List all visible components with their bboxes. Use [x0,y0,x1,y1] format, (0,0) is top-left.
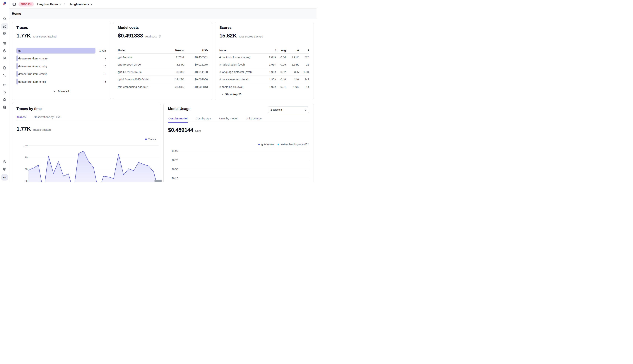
trace-list-item[interactable]: dataset-run-item-cmcjf 5 [17,79,106,84]
y-tick: 120 [17,144,28,147]
trace-count: 5 [105,72,106,76]
scrollbar-thumb[interactable] [154,180,162,182]
chevron-down-icon [221,93,223,96]
evaluation-icon[interactable] [1,82,8,88]
model-costs-table: Model Tokens USD gpt-4o-mini 2.21M $0.45… [118,47,208,90]
tab-cost-by-type[interactable]: Cost by type [195,117,211,122]
trace-list-item[interactable]: dataset-run-item-cmcvp 5 [17,71,106,77]
trace-count: 5 [105,80,106,83]
trace-list-item[interactable]: dataset-run-item-cmc29 7 [17,56,106,61]
info-icon[interactable] [158,35,161,38]
users-icon[interactable] [1,55,8,62]
tab-units-by-model[interactable]: Units by model [219,117,238,122]
legend-item-gpt-4o-mini[interactable]: gpt-4o-mini [258,143,274,146]
traces-tracked-total: 1.77K [17,126,31,132]
table-row[interactable]: # hallucination (eval) 1.96K 0.05 1.58K … [219,61,309,68]
tab-units-by-type[interactable]: Units by type [245,117,262,122]
org-name: Langfuse Demo [37,2,58,6]
usage-cost-total: $0.459144 [168,127,193,133]
sessions-clock-icon[interactable] [1,48,8,54]
chevron-down-icon [54,90,56,93]
trace-bar [17,79,18,84]
project-switcher[interactable]: langfuse-docs [70,2,93,6]
show-top-20-button[interactable]: Show top 20 [221,93,309,96]
langfuse-logo-icon[interactable] [3,2,6,6]
y-tick: $0.75 [167,159,178,162]
datasets-database-icon[interactable] [1,104,8,110]
table-row[interactable]: gpt-4o-mini 2.21M $0.456301 [118,54,208,61]
table-row[interactable]: gpt-4.1-nano-2025-04-14 14.45K $0.002906 [118,76,208,83]
org-switcher[interactable]: Langfuse Demo [37,2,62,6]
sidebar-bottom: FK [0,158,9,180]
model-usage-card: Model Usage 2 selected Cost by model Cos… [163,103,314,182]
trace-bar [17,56,18,61]
tab-traces[interactable]: Traces [17,115,26,121]
usage-cost-label: Cost [195,129,201,132]
chevron-down-icon [90,3,93,5]
y-tick: $1.00 [167,150,178,152]
tab-observations-by-level[interactable]: Observations by Level [34,115,62,121]
prompts-file-code-icon[interactable] [1,64,8,71]
traces-by-time-tabs: Traces Observations by Level [17,115,156,121]
trace-name: dataset-run-item-cmc29 [18,57,48,60]
scores-total-label: Total scores tracked [238,35,263,38]
scores-table: Name # Avg 0 1 # contextrelevance (eval)… [219,47,309,90]
project-name: langfuse-docs [70,2,89,6]
dashboards-icon[interactable] [1,30,8,37]
scores-total: 15.82K [219,32,237,39]
traces-card: Traces 1.77K Total traces tracked qa 1,7… [12,22,111,100]
legend-item-text-embedding-ada-002[interactable]: text-embedding-ada-002 [278,143,309,146]
model-select-value: 2 selected [271,108,304,111]
trace-list-item[interactable]: dataset-run-item-cmcky 5 [17,63,106,69]
sidebar: FK [0,0,9,182]
sidebar-nav [0,16,9,111]
table-row[interactable]: gpt-4o-2024-08-06 3.13K $0.015175 [118,61,208,68]
trace-bar [17,63,18,69]
legend-dot [278,144,279,145]
trace-count: 7 [105,57,106,60]
show-all-button[interactable]: Show all [17,90,106,93]
trace-list-item[interactable]: qa 1,736 [17,48,106,54]
table-row[interactable]: text-embedding-ada-002 28.43K $0.002843 [118,83,208,90]
table-row[interactable]: # contextrelevance (eval) 2.04K 0.34 1.2… [219,54,309,61]
settings-gear-icon[interactable] [1,158,8,165]
trace-count: 5 [105,64,106,68]
environment-badge[interactable]: PROD-EU [19,2,34,6]
playground-terminal-icon[interactable] [1,72,8,79]
trace-name: dataset-run-item-cmcky [18,64,47,68]
trace-count: 1,736 [99,49,106,52]
y-tick: 90 [17,156,28,159]
annotation-clipboard-pen-icon[interactable] [1,96,8,103]
traces-bar-list: qa 1,736 dataset-run-item-cmc29 7 datase… [17,48,106,84]
sidebar-toggle-icon[interactable] [12,2,16,6]
traces-area-chart[interactable] [29,140,159,182]
trace-name: dataset-run-item-cmcjf [18,80,46,83]
table-row[interactable]: # contains-pii (eval) 1.92K 0.01 1.9K 14 [219,83,309,90]
search-icon[interactable] [1,16,8,22]
table-row[interactable]: # conciseness-v1 (eval) 1.95K 0.48 240 2… [219,76,309,83]
table-header-row: Model Tokens USD [118,47,208,54]
user-avatar[interactable]: FK [1,174,8,180]
traces-by-time-title: Traces by time [17,107,156,111]
y-tick: $0.50 [167,168,178,170]
traces-card-title: Traces [17,26,106,30]
traces-total-label: Total traces tracked [33,35,57,38]
tab-cost-by-model[interactable]: Cost by model [168,117,188,122]
table-row[interactable]: # language-detector (eval) 1.95K 0.82 35… [219,68,309,76]
support-lifebuoy-icon[interactable] [1,166,8,172]
y-tick: $0.25 [167,177,178,180]
page-header: Home [9,8,317,19]
scores-title: Scores [219,26,309,30]
model-usage-tabs: Cost by model Cost by type Units by mode… [168,117,309,122]
trace-name: qa [18,49,22,52]
home-icon[interactable] [1,23,8,30]
model-select-dropdown[interactable]: 2 selected [268,106,309,113]
tracing-icon[interactable] [1,40,8,47]
trace-bar [17,71,18,77]
model-costs-total-label: Total cost [145,35,156,38]
lightbulb-icon[interactable] [1,89,8,96]
traces-tracked-label: Traces tracked [33,128,51,131]
traces-total: 1.77K [17,32,31,39]
table-row[interactable]: gpt-4.1-2025-04-14 3.38K $0.014108 [118,68,208,76]
page-title: Home [12,12,21,16]
